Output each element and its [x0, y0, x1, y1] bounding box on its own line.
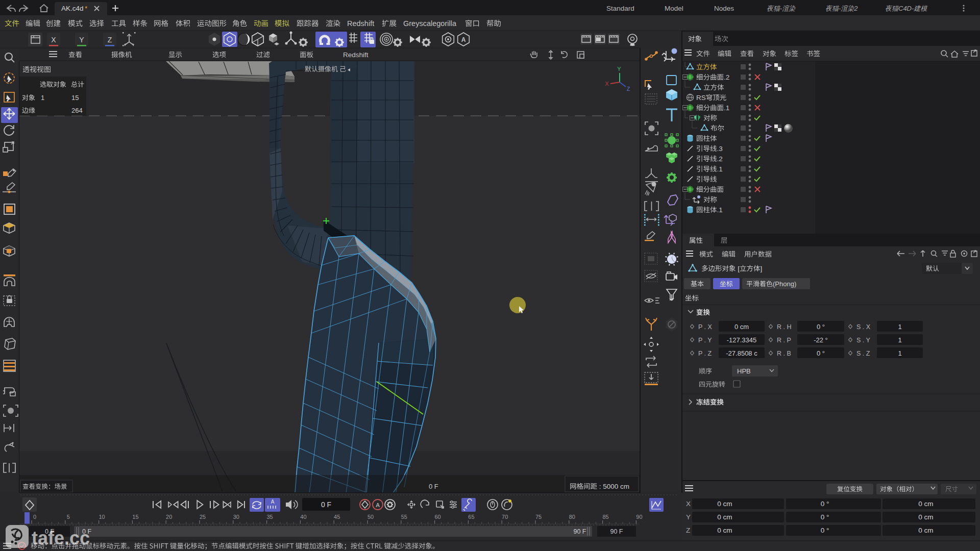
- svg-text:1: 1: [898, 336, 901, 344]
- svg-text:25: 25: [200, 514, 206, 520]
- svg-text:0 F: 0 F: [429, 483, 438, 490]
- svg-text:60: 60: [434, 514, 440, 520]
- svg-text:: 5000 cm: : 5000 cm: [597, 483, 629, 490]
- svg-text:X: X: [605, 81, 609, 87]
- svg-text:夜猫-渲染: 夜猫-渲染: [767, 5, 796, 12]
- svg-text:0 °: 0 °: [817, 349, 825, 357]
- svg-text:5: 5: [67, 514, 70, 520]
- svg-text:Greyscalegorilla: Greyscalegorilla: [403, 19, 457, 28]
- svg-text:X: X: [686, 500, 691, 508]
- svg-text:Model: Model: [665, 5, 683, 12]
- svg-text:P . Z: P . Z: [698, 350, 712, 357]
- svg-text:55: 55: [401, 514, 407, 520]
- svg-text:-127.3345: -127.3345: [727, 336, 757, 344]
- svg-text:90: 90: [636, 514, 642, 520]
- svg-text:0 °: 0 °: [821, 500, 829, 508]
- svg-text:75: 75: [535, 514, 542, 520]
- svg-text:80: 80: [569, 514, 575, 520]
- svg-text:S . Y: S . Y: [856, 337, 871, 344]
- svg-text:.2: .2: [717, 155, 723, 163]
- svg-text:0 cm: 0 cm: [717, 527, 732, 534]
- svg-text:0 cm: 0 cm: [717, 500, 732, 508]
- svg-text:30: 30: [233, 514, 239, 520]
- svg-text:Z: Z: [108, 36, 112, 44]
- svg-text:R . P: R . P: [777, 337, 791, 344]
- svg-text:.2: .2: [724, 73, 729, 81]
- svg-text:A: A: [376, 502, 380, 508]
- svg-text:35: 35: [266, 514, 273, 520]
- svg-text:0 °: 0 °: [821, 527, 829, 534]
- svg-text:Redshift: Redshift: [347, 19, 374, 28]
- svg-text:0 cm: 0 cm: [918, 500, 933, 508]
- svg-text:Y: Y: [79, 36, 84, 44]
- svg-text:.1: .1: [724, 104, 729, 112]
- svg-text:Z: Z: [686, 527, 690, 534]
- svg-text:0: 0: [33, 514, 36, 520]
- svg-text:Redshift: Redshift: [343, 51, 369, 59]
- svg-text:70: 70: [502, 514, 508, 520]
- svg-text:S . Z: S . Z: [856, 350, 870, 357]
- svg-text:0 °: 0 °: [821, 513, 829, 521]
- svg-text:R . B: R . B: [777, 350, 791, 357]
- svg-text:65: 65: [468, 514, 474, 520]
- svg-text:-27.8508 c: -27.8508 c: [726, 349, 757, 357]
- svg-text:R . H: R . H: [777, 323, 791, 331]
- svg-text:40: 40: [300, 514, 306, 520]
- svg-text:-22 °: -22 °: [814, 336, 828, 344]
- svg-text:1: 1: [41, 94, 44, 102]
- svg-text:.1: .1: [717, 206, 723, 214]
- svg-text:tafe.cc: tafe.cc: [32, 528, 90, 548]
- svg-text:*: *: [85, 5, 88, 12]
- svg-text:Nodes: Nodes: [714, 5, 734, 12]
- svg-text:15: 15: [71, 94, 79, 102]
- svg-text:夜猫-渲染2: 夜猫-渲染2: [825, 5, 858, 12]
- svg-text:0 cm: 0 cm: [918, 513, 933, 521]
- svg-text:10: 10: [99, 514, 105, 520]
- svg-text:0 cm: 0 cm: [717, 513, 732, 521]
- svg-text:50: 50: [368, 514, 374, 520]
- svg-text:(Phong): (Phong): [773, 280, 796, 288]
- svg-text:.1: .1: [717, 165, 723, 173]
- svg-text:S . X: S . X: [856, 323, 871, 331]
- svg-text:P . X: P . X: [698, 323, 713, 331]
- svg-text:85: 85: [602, 514, 608, 520]
- svg-text:.3: .3: [717, 145, 723, 153]
- svg-text:1: 1: [898, 323, 901, 331]
- svg-text:HPB: HPB: [737, 367, 751, 375]
- svg-text:1: 1: [898, 349, 901, 357]
- svg-text:P . Y: P . Y: [698, 337, 712, 344]
- svg-text:45: 45: [334, 514, 340, 520]
- svg-text:X: X: [51, 36, 56, 44]
- svg-text:AK.c4d: AK.c4d: [61, 5, 84, 12]
- svg-text:[: [: [736, 265, 740, 272]
- svg-text:Y: Y: [686, 513, 691, 521]
- svg-text:夜猫C4D-建模: 夜猫C4D-建模: [885, 5, 928, 12]
- svg-text:15: 15: [132, 514, 138, 520]
- svg-text:0 °: 0 °: [817, 323, 825, 331]
- svg-text:0 cm: 0 cm: [734, 323, 749, 331]
- svg-text:Z: Z: [627, 86, 630, 92]
- svg-text:20: 20: [166, 514, 172, 520]
- svg-text:90 F: 90 F: [573, 528, 586, 535]
- svg-text:0 cm: 0 cm: [918, 527, 933, 534]
- svg-text:Standard: Standard: [606, 5, 634, 12]
- svg-text:Y: Y: [617, 66, 621, 72]
- svg-text:A: A: [271, 499, 275, 505]
- svg-text:0 F: 0 F: [321, 500, 331, 509]
- svg-text:90 F: 90 F: [610, 528, 623, 535]
- svg-text:RS: RS: [696, 94, 706, 102]
- svg-text:264: 264: [71, 107, 83, 114]
- svg-text:A: A: [461, 36, 466, 43]
- svg-text:]: ]: [761, 265, 763, 272]
